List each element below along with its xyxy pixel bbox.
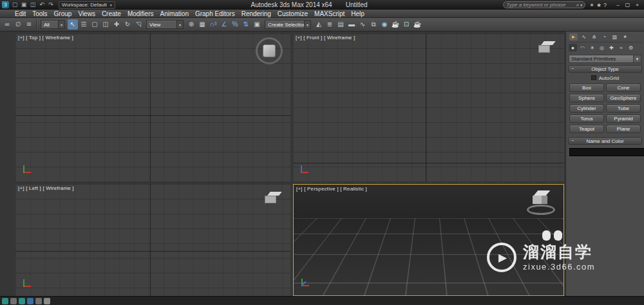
select-and-move-icon[interactable]: ✚ bbox=[111, 19, 122, 30]
select-and-link-icon[interactable]: ∞ bbox=[2, 19, 12, 30]
chevron-down-icon[interactable]: ▾ bbox=[580, 3, 582, 7]
primitive-button[interactable]: Pyramid bbox=[606, 115, 641, 123]
select-and-scale-icon[interactable]: ◹ bbox=[133, 19, 144, 30]
viewcube-icon[interactable] bbox=[526, 189, 557, 217]
primitive-button[interactable]: Torus bbox=[569, 115, 604, 123]
select-and-manipulate-icon[interactable]: ⊕ bbox=[186, 19, 196, 30]
viewport-top[interactable]: [+] [ Top ] [ Wireframe ] bbox=[15, 33, 290, 182]
material-editor-icon[interactable]: ◉ bbox=[379, 19, 390, 30]
menu-item[interactable]: Views bbox=[75, 10, 99, 18]
taskbar-icon-5[interactable] bbox=[35, 298, 42, 304]
category-space-warps[interactable]: ≈ bbox=[617, 44, 625, 51]
window-crossing-icon[interactable]: ◫ bbox=[100, 19, 111, 30]
category-systems[interactable]: ⚙ bbox=[627, 44, 635, 51]
tab-hierarchy[interactable]: ⋔ bbox=[590, 33, 598, 41]
reference-coordinate-dropdown[interactable]: View ▾ bbox=[146, 20, 184, 29]
name-color-rollout-header[interactable]: − Name and Color bbox=[568, 137, 642, 145]
workspace-dropdown[interactable]: Workspace: Default ▾ bbox=[59, 1, 115, 9]
primitive-button[interactable]: Plane bbox=[606, 125, 641, 133]
taskbar-icon-1[interactable] bbox=[2, 298, 8, 304]
new-scene-icon[interactable]: ▢ bbox=[11, 1, 19, 8]
open-file-icon[interactable]: ▣ bbox=[20, 1, 28, 8]
menu-item[interactable]: Tools bbox=[29, 10, 50, 18]
primitive-button[interactable]: GeoSphere bbox=[606, 94, 641, 102]
menu-item[interactable]: Customize bbox=[274, 10, 311, 18]
3ds-max-logo-icon[interactable]: 3 bbox=[2, 1, 9, 8]
named-selection-dropdown[interactable]: Create Selection Se ▾ bbox=[265, 20, 311, 29]
tab-motion[interactable]: ◔ bbox=[600, 33, 609, 41]
rectangular-selection-icon[interactable]: ▢ bbox=[90, 19, 100, 30]
viewport-label[interactable]: [+] [ Perspective ] [ Realistic ] bbox=[296, 186, 367, 192]
viewport-front[interactable]: [+] [ Front ] [ Wireframe ] bbox=[293, 33, 564, 182]
select-by-name-icon[interactable]: ☰ bbox=[79, 19, 89, 30]
bind-to-space-warp-icon[interactable]: ≋ bbox=[24, 19, 34, 30]
schematic-view-icon[interactable]: ⧉ bbox=[368, 19, 379, 30]
snaps-toggle-3d-icon[interactable]: ∩³ bbox=[208, 19, 218, 30]
menu-item[interactable]: Edit bbox=[12, 10, 29, 18]
primitives-dropdown[interactable]: Standard Primitives ▼ bbox=[569, 55, 641, 63]
tab-modify[interactable]: ∿ bbox=[580, 33, 588, 41]
taskbar-icon-3[interactable] bbox=[19, 298, 25, 304]
rendered-frame-window-icon[interactable]: ⊡ bbox=[401, 19, 412, 30]
search-icon[interactable]: ⌕ bbox=[576, 2, 579, 8]
category-helpers[interactable]: ✚ bbox=[607, 44, 616, 51]
menu-item[interactable]: Group bbox=[51, 10, 75, 18]
category-geometry[interactable]: ● bbox=[569, 44, 577, 51]
primitive-button[interactable]: Box bbox=[569, 84, 604, 92]
menu-item[interactable]: Rendering bbox=[238, 10, 274, 18]
viewport-left[interactable]: [+] [ Left ] [ Wireframe ] bbox=[15, 184, 290, 296]
menu-item[interactable]: Graph Editors bbox=[192, 10, 238, 18]
spinner-snap-icon[interactable]: ⇅ bbox=[241, 19, 251, 30]
autogrid-checkbox[interactable] bbox=[591, 75, 596, 80]
search-input[interactable] bbox=[506, 2, 575, 8]
primitive-button[interactable]: Tube bbox=[606, 104, 641, 113]
communication-center-icon[interactable]: ✶ bbox=[589, 2, 594, 8]
save-file-icon[interactable]: ◫ bbox=[29, 1, 37, 8]
keyboard-shortcut-override-icon[interactable]: ▦ bbox=[197, 19, 207, 30]
close-button[interactable]: × bbox=[632, 1, 642, 8]
select-object-icon[interactable]: ↖ bbox=[68, 19, 78, 30]
primitive-button[interactable]: Cone bbox=[606, 84, 641, 92]
align-icon[interactable]: ≣ bbox=[325, 19, 335, 30]
maximize-button[interactable]: ▢ bbox=[623, 1, 632, 8]
help-icon[interactable]: ? bbox=[603, 2, 607, 8]
minimize-button[interactable]: – bbox=[613, 1, 623, 8]
object-type-rollout-header[interactable]: − Object Type bbox=[568, 65, 642, 73]
redo-icon[interactable]: ↷ bbox=[47, 1, 55, 8]
category-cameras[interactable]: ◎ bbox=[598, 44, 606, 51]
menu-item[interactable]: Animation bbox=[156, 10, 191, 18]
viewport-label[interactable]: [+] [ Top ] [ Wireframe ] bbox=[18, 35, 73, 41]
viewport-label[interactable]: [+] [ Front ] [ Wireframe ] bbox=[296, 35, 355, 41]
viewport-label[interactable]: [+] [ Left ] [ Wireframe ] bbox=[18, 185, 74, 191]
curve-editor-icon[interactable]: ∿ bbox=[357, 19, 368, 30]
menu-item[interactable]: Modifiers bbox=[124, 10, 157, 18]
menu-item[interactable]: Help bbox=[348, 10, 368, 18]
undo-icon[interactable]: ↶ bbox=[38, 1, 46, 8]
layer-manager-icon[interactable]: ▤ bbox=[336, 19, 346, 30]
render-production-icon[interactable]: ☕ bbox=[412, 19, 422, 30]
unlink-selection-icon[interactable]: ∅ bbox=[13, 19, 23, 30]
menu-item[interactable]: Create bbox=[99, 10, 124, 18]
category-lights[interactable]: ☀ bbox=[588, 44, 596, 51]
primitive-button[interactable]: Cylinder bbox=[569, 104, 604, 113]
taskbar-icon-6[interactable] bbox=[44, 298, 50, 304]
taskbar-icon-2[interactable] bbox=[10, 298, 17, 304]
ribbon-toggle-icon[interactable]: ▬ bbox=[346, 19, 357, 30]
viewcube-icon[interactable] bbox=[265, 192, 280, 205]
viewcube-icon[interactable] bbox=[256, 37, 283, 64]
object-name-input[interactable] bbox=[569, 148, 644, 156]
taskbar-icon-4[interactable] bbox=[27, 298, 33, 304]
tab-create[interactable]: ► bbox=[569, 33, 578, 41]
category-shapes[interactable]: ◠ bbox=[578, 44, 587, 51]
favorites-icon[interactable]: ★ bbox=[596, 2, 601, 8]
mirror-icon[interactable]: ◭ bbox=[314, 19, 324, 30]
primitive-button[interactable]: Teapot bbox=[569, 125, 604, 133]
percent-snap-icon[interactable]: % bbox=[230, 19, 240, 30]
tab-display[interactable]: ▥ bbox=[611, 33, 619, 41]
menu-item[interactable]: MAXScript bbox=[311, 10, 348, 18]
angle-snap-icon[interactable]: ∠ bbox=[219, 19, 229, 30]
render-setup-icon[interactable]: ☕ bbox=[390, 19, 401, 30]
select-and-rotate-icon[interactable]: ↻ bbox=[122, 19, 133, 30]
viewcube-icon[interactable] bbox=[538, 41, 554, 54]
selection-filter-dropdown[interactable]: All ▾ bbox=[41, 20, 65, 29]
